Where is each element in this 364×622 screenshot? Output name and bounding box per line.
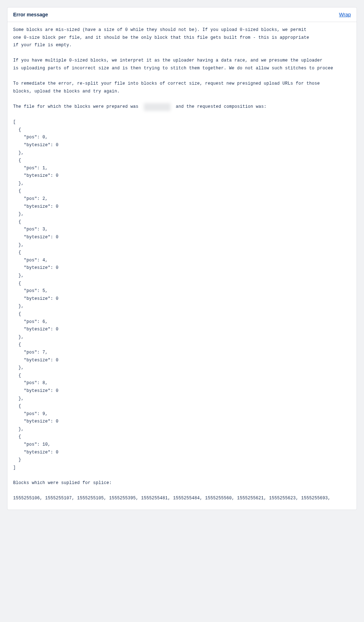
composition-json: [ { "pos": 0, "bytesize": 0 }, { "pos": … xyxy=(13,119,59,470)
error-para-2: If you have multiple 0-sized blocks, we … xyxy=(13,58,333,71)
wrap-toggle-link[interactable]: Wrap xyxy=(339,12,351,17)
error-para-4-pre: The file for which the blocks were prepa… xyxy=(13,104,141,109)
error-para-1: Some blocks are mis-sized (have a size o… xyxy=(13,27,309,48)
card-body[interactable]: Some blocks are mis-sized (have a size o… xyxy=(7,22,357,510)
error-message-text: Some blocks are mis-sized (have a size o… xyxy=(13,26,351,503)
error-para-3: To remediate the error, re-split your fi… xyxy=(13,81,320,94)
card-title: Error message xyxy=(13,12,48,17)
error-para-4-post: and the requested composition was: xyxy=(173,104,267,109)
error-card: Error message Wrap Some blocks are mis-s… xyxy=(7,7,357,510)
card-header: Error message Wrap xyxy=(7,7,357,22)
blocks-label: Blocks which were suplied for splice: xyxy=(13,480,112,485)
block-ids-list: 1555255106, 1555255107, 1555255105, 1555… xyxy=(13,496,331,501)
redacted-filename: ██_███_██_ xyxy=(144,103,171,111)
